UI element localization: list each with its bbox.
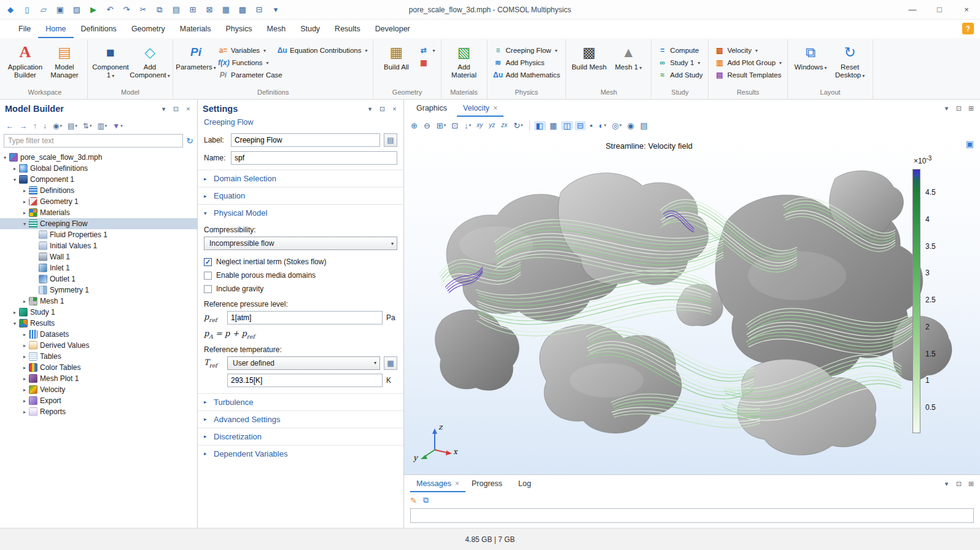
snapshot-icon[interactable]: ◉ xyxy=(625,121,636,130)
copy-text-icon[interactable]: ⧉ xyxy=(423,495,429,505)
temperature-list-icon[interactable]: ▦ xyxy=(384,356,397,370)
menu-tab-geometry[interactable]: Geometry xyxy=(124,20,173,38)
menu-tab-developer[interactable]: Developer xyxy=(368,20,418,38)
menu-tab-mesh[interactable]: Mesh xyxy=(260,20,294,38)
settings-close-icon[interactable]: × xyxy=(391,105,399,113)
reset-desktop-button[interactable]: ↻ Reset Desktop▾ xyxy=(831,41,869,85)
section-advanced-settings[interactable]: ▸ Advanced Settings xyxy=(198,411,403,428)
view-xy-icon[interactable]: xy xyxy=(475,122,485,129)
help-button[interactable]: ? xyxy=(962,23,974,34)
study1-button[interactable]: ∞ Study 1 ▾ xyxy=(655,58,704,68)
result-templates-button[interactable]: ▤ Result Templates xyxy=(712,70,784,80)
temperature-input[interactable] xyxy=(227,374,383,387)
add-physics-button[interactable]: ≋ Add Physics xyxy=(491,58,562,68)
model-builder-menu-icon[interactable]: ▾ xyxy=(160,105,168,113)
close-tab-icon[interactable]: × xyxy=(455,479,459,488)
add-study-button[interactable]: ≈ Add Study xyxy=(655,70,704,80)
component1-button[interactable]: ■ Component 1▾ xyxy=(91,41,130,85)
tree-item-global-definitions[interactable]: ▸ Global Definitions xyxy=(0,163,197,174)
copy-icon[interactable]: ⧉ xyxy=(154,5,165,15)
tree-item-geometry1[interactable]: ▸ Geometry 1 xyxy=(0,196,197,207)
section-domain-selection[interactable]: ▸ Domain Selection xyxy=(198,170,403,187)
section-dependent-variables[interactable]: ▸ Dependent Variables xyxy=(198,445,403,462)
menu-tab-materials[interactable]: Materials xyxy=(173,20,219,38)
checkbox[interactable]: ✓ xyxy=(204,258,212,266)
plot-settings-icon[interactable]: ▣ xyxy=(966,139,974,149)
graphics-canvas[interactable]: Streamline: Velocity field ▣ ×10-3 4.543… xyxy=(404,134,980,474)
open-file-icon[interactable]: ▱ xyxy=(38,5,49,14)
parameters-button[interactable]: Pi Parameters▾ xyxy=(177,41,215,85)
reference-pressure-input[interactable] xyxy=(227,311,383,324)
build-mesh-button[interactable]: ▩ Build Mesh xyxy=(570,41,608,85)
graphics-float-icon[interactable]: ⊡ xyxy=(955,104,963,112)
refresh-icon[interactable]: ↻ xyxy=(186,136,193,146)
split-vertical-icon[interactable]: ⊟ xyxy=(575,121,586,130)
tree-expand-icon[interactable]: ▸ xyxy=(11,310,18,315)
tree-expand-icon[interactable]: ▸ xyxy=(21,365,28,371)
compressibility-select[interactable]: Incompressible flow ▾ xyxy=(204,237,397,250)
menu-tab-results[interactable]: Results xyxy=(327,20,368,38)
model-builder-float-icon[interactable]: ⊡ xyxy=(172,105,180,113)
tree-expand-icon[interactable]: ▾ xyxy=(21,221,28,227)
tree-expand-icon[interactable]: ▸ xyxy=(21,343,28,348)
tree-item-mesh-plot1[interactable]: ▸ Mesh Plot 1 xyxy=(0,373,197,384)
run-icon[interactable]: ▶ xyxy=(88,5,99,14)
add-material-button[interactable]: ▧ Add Material xyxy=(445,41,483,85)
model-manager-button[interactable]: ▤ Model Manager xyxy=(45,41,84,85)
variables-button[interactable]: a= Variables ▾ xyxy=(216,45,268,55)
label-input[interactable] xyxy=(231,133,380,147)
settings-float-icon[interactable]: ⊡ xyxy=(378,105,386,113)
undo-icon[interactable]: ↶ xyxy=(104,5,115,14)
add-mathematics-button[interactable]: Δu Add Mathematics xyxy=(491,70,562,80)
windows-button[interactable]: ⧉ Windows▾ xyxy=(791,41,830,85)
sort-icon[interactable]: ⇅▾ xyxy=(80,122,95,130)
tree-item-tables[interactable]: ▸ Tables xyxy=(0,351,197,362)
tree-expand-icon[interactable]: ▸ xyxy=(21,299,28,304)
application-builder-button[interactable]: A Application Builder xyxy=(6,41,44,85)
minimize-button[interactable]: — xyxy=(899,0,926,19)
bottom-maximize-icon[interactable]: ⊞ xyxy=(967,480,975,488)
paste-icon[interactable]: ▤ xyxy=(171,5,182,14)
tree-expand-icon[interactable]: ▸ xyxy=(21,376,28,382)
physics-interface-select[interactable]: ≡ Creeping Flow ▾ xyxy=(491,45,562,55)
lock-axis-icon[interactable]: ▪ xyxy=(588,121,595,130)
duplicate-icon[interactable]: ⊞ xyxy=(187,5,198,14)
tree-item-outlet1[interactable]: Outlet 1 xyxy=(0,273,197,285)
reference-temperature-select[interactable]: User defined ▾ xyxy=(227,356,380,370)
menu-tab-definitions[interactable]: Definitions xyxy=(74,20,124,38)
tree-expand-icon[interactable]: ▸ xyxy=(21,332,28,337)
section-equation[interactable]: ▸ Equation xyxy=(198,187,403,204)
zoom-out-icon[interactable]: ⊖ xyxy=(422,121,433,130)
graphics-menu-icon[interactable]: ▾ xyxy=(943,104,951,112)
redo-icon[interactable]: ↷ xyxy=(121,5,132,14)
close-button[interactable]: × xyxy=(953,0,980,19)
compute-toolbar-icon[interactable]: ⊟ xyxy=(254,5,265,14)
add-component-button[interactable]: ◇ Add Component▾ xyxy=(131,41,169,85)
model-builder-close-icon[interactable]: × xyxy=(184,105,192,113)
tree-expand-icon[interactable]: ▸ xyxy=(21,188,28,194)
environment-icon[interactable]: ◎ ▾ xyxy=(610,121,623,130)
tab-progress[interactable]: Progress xyxy=(465,475,512,492)
maximize-button[interactable]: □ xyxy=(926,0,953,19)
geometry-delete-button[interactable]: ▦ xyxy=(416,58,437,68)
mesh-toolbar-icon[interactable]: ▩ xyxy=(237,5,248,14)
menu-tab-home[interactable]: Home xyxy=(38,20,73,38)
section-physical-model[interactable]: ▾ Physical Model xyxy=(198,204,403,221)
add-plot-group-button[interactable]: ▥ Add Plot Group ▾ xyxy=(712,58,784,68)
name-input[interactable] xyxy=(231,151,397,165)
tree-item-study1[interactable]: ▸ Study 1 xyxy=(0,307,197,318)
toolbar-separator[interactable] xyxy=(529,120,530,130)
tab-velocity[interactable]: Velocity × xyxy=(457,100,504,117)
zoom-box-icon[interactable]: ⊞ ▾ xyxy=(435,121,448,130)
compute-button[interactable]: = Compute xyxy=(655,45,704,55)
section-discretization[interactable]: ▸ Discretization xyxy=(198,428,403,445)
move-up-icon[interactable]: ↑ xyxy=(31,122,40,130)
parameter-case-button[interactable]: Pi Parameter Case xyxy=(216,70,369,80)
tree-item-root[interactable]: ▾ pore_scale_flow_3d.mph xyxy=(0,152,197,163)
geometry-update-button[interactable]: ⇄ ▾ xyxy=(416,45,437,55)
show-legends-icon[interactable]: ◧ xyxy=(534,121,546,130)
filter-icon[interactable]: ▼▾ xyxy=(110,122,125,130)
tree-item-export[interactable]: ▸ Export xyxy=(0,395,197,406)
tree-item-mesh1[interactable]: ▸ Mesh 1 xyxy=(0,296,197,307)
back-icon[interactable]: ← xyxy=(4,122,17,130)
